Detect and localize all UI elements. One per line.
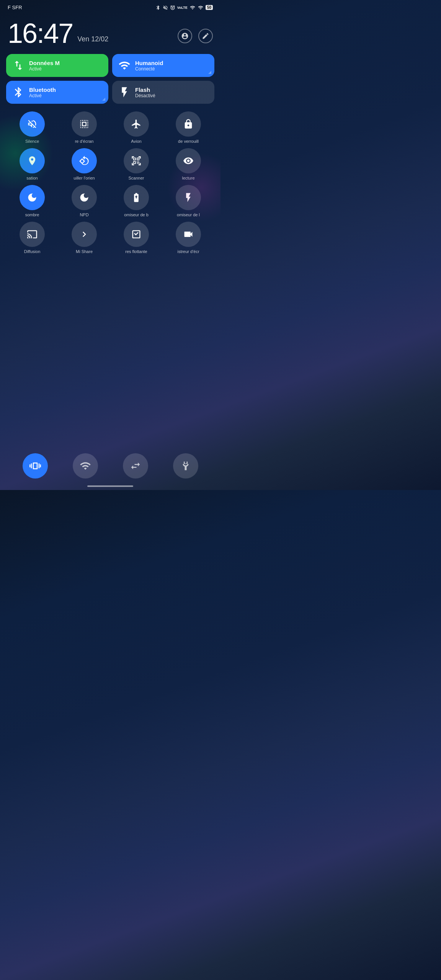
home-indicator[interactable] [87,485,133,487]
airplane-item[interactable]: Avion [121,111,152,144]
wifi-bottom-icon [80,460,91,472]
wireless-charge-icon [180,460,191,472]
silence-label: Silence [17,139,47,144]
icon-circles-section: Silence re d'écran Avion [0,107,220,254]
lock-circle [176,111,201,137]
wifi-status: Connecté [135,66,163,72]
scanner-icon [131,155,142,166]
scanner-item[interactable]: Scanner [121,148,152,180]
floating-label: res flottante [121,249,152,254]
settings-button[interactable] [178,29,192,43]
edit-button[interactable] [198,29,213,43]
wifi-name: Humanoid [135,60,163,66]
scanner-label: Scanner [121,176,152,180]
data-toggle-item[interactable] [123,453,148,479]
mobile-data-status: Activé [29,66,60,72]
flash-text: Flash Désactivé [135,87,155,98]
icon-row-1: Silence re d'écran Avion [6,111,214,144]
bluetooth-tile[interactable]: Bluetooth Activé [6,81,108,104]
screen-record-circle [72,111,97,137]
battery-saver-label: omiseur de b [121,212,152,217]
rotate-circle [72,148,97,173]
flash-status: Désactivé [135,93,155,98]
clock-time: 16:47 [8,20,73,47]
mi-share-icon [79,229,90,240]
signal-icon [189,5,196,10]
floating-icon [131,229,142,240]
location-label: sation [17,176,47,180]
reading-circle [176,148,201,173]
status-bar: F SFR VoLTE 50 [0,0,220,12]
rotate-item[interactable]: uiller l'orien [69,148,100,180]
power-saver-label: omiseur de l [173,212,204,217]
wifi-bottom-item[interactable] [73,453,98,479]
silence-circle [20,111,45,137]
night-mode-label: NPD [69,212,100,217]
cast-item[interactable]: Diffusion [17,222,47,254]
bluetooth-status-icon [155,5,161,10]
bluetooth-name: Bluetooth [29,87,56,93]
wifi-tile[interactable]: Humanoid Connecté [112,54,214,77]
alarm-status-icon [170,5,175,10]
tiles-row-1: Données M Activé Humanoid Connecté [6,54,214,77]
tiles-row-2: Bluetooth Activé Flash Désactivé [6,81,214,104]
battery-level: 50 [207,5,211,10]
battery-saver-item[interactable]: omiseur de b [121,185,152,217]
clock-actions [178,29,213,43]
screen-rec-circle [176,222,201,247]
rotate-label: uiller l'orien [69,176,100,180]
icon-row-3: sombre NPD omiseur de b [6,185,214,217]
location-icon [27,155,38,166]
video-recorder-icon [183,229,194,240]
bluetooth-tile-icon [12,86,24,98]
cast-circle [20,222,45,247]
mobile-data-tile[interactable]: Données M Activé [6,54,108,77]
status-icons: VoLTE 50 [155,5,213,10]
data-toggle-icon [130,460,141,472]
dark-mode-icon [27,192,38,203]
vibrate-bottom-icon [29,460,41,472]
mi-share-item[interactable]: Mi Share [69,222,100,254]
dark-mode-label: sombre [17,212,47,217]
bluetooth-corner [102,98,105,101]
volte-status-icon: VoLTE [177,6,188,10]
lock-label: de verrouill [173,139,204,144]
reading-item[interactable]: lecture [173,148,204,180]
mobile-data-icon [12,59,24,72]
floating-item[interactable]: res flottante [121,222,152,254]
airplane-circle [124,111,149,137]
mobile-data-text: Données M Activé [29,60,60,72]
lock-item[interactable]: de verrouill [173,111,204,144]
night-mode-circle [72,185,97,210]
screen-record-item[interactable]: re d'écran [69,111,100,144]
location-item[interactable]: sation [17,148,47,180]
cast-label: Diffusion [17,249,47,254]
wifi-status-icon [198,5,204,10]
airplane-icon [131,119,142,129]
eye-icon [183,155,194,166]
moon-icon [79,192,90,203]
dark-mode-circle [20,185,45,210]
night-mode-item[interactable]: NPD [69,185,100,217]
location-circle [20,148,45,173]
floating-circle [124,222,149,247]
battery-saver-circle [124,185,149,210]
wireless-charge-item[interactable] [173,453,198,479]
screen-rec-label: istreur d'écr [173,249,204,254]
screen-record-icon [79,119,90,129]
silence-item[interactable]: Silence [17,111,47,144]
flash-tile-icon [118,86,131,98]
flash-name: Flash [135,87,155,93]
bottom-bar [6,453,214,479]
dark-mode-item[interactable]: sombre [17,185,47,217]
vibrate-bottom-item[interactable] [23,453,48,479]
icon-row-4: Diffusion Mi Share res flottante [6,222,214,254]
power-saver-item[interactable]: omiseur de l [173,185,204,217]
carrier-label: F SFR [8,5,22,10]
quick-tiles: Données M Activé Humanoid Connecté Bluet… [0,51,220,107]
screen-rec-item[interactable]: istreur d'écr [173,222,204,254]
flash-tile[interactable]: Flash Désactivé [112,81,214,104]
cast-icon [27,229,38,240]
battery-saver-icon [131,192,142,203]
clock-area: 16:47 Ven 12/02 [0,12,220,51]
